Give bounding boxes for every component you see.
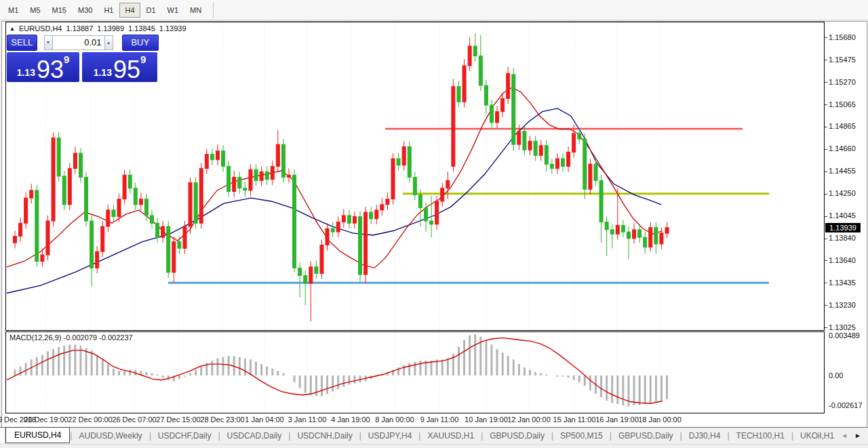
candle-body: [144, 199, 148, 216]
candle-body: [370, 212, 373, 219]
candle-body: [106, 210, 110, 226]
candle-body: [501, 98, 505, 111]
candle-body: [336, 222, 340, 232]
candle-body: [233, 178, 236, 192]
time-tick-label: 15 Jan 11:00: [553, 415, 596, 424]
price-tick-mark: [825, 60, 827, 60]
candle-body: [199, 169, 203, 224]
candle-body: [375, 210, 378, 219]
candle-body: [41, 255, 44, 262]
candle-body: [644, 237, 647, 247]
buy-price-tile[interactable]: 1.13 95 9: [82, 52, 157, 82]
candle-body: [85, 178, 88, 222]
time-tick-label: 28 Dec 23:00: [200, 415, 244, 424]
chart-tab-xauusd-h1[interactable]: XAUUSD,H1: [420, 429, 481, 443]
candle-body: [446, 180, 450, 188]
timeframe-button-d1[interactable]: D1: [141, 3, 161, 18]
tab-scroll-right-icon[interactable]: ►: [854, 432, 861, 439]
tab-scroll-left-icon[interactable]: ◄: [841, 432, 848, 439]
candle-body: [473, 46, 477, 56]
candle-body: [271, 166, 274, 179]
candle-body: [254, 169, 258, 180]
price-tick-mark: [825, 104, 827, 105]
candle-body: [599, 180, 603, 222]
chart-tab-audusd-weekly[interactable]: AUDUSD,Weekly: [72, 429, 149, 443]
price-tick-mark: [825, 194, 827, 195]
toolbar-separator: [213, 3, 214, 18]
chart-tab-tech100-h1[interactable]: TECH100,H1: [730, 429, 791, 443]
candle-body: [633, 230, 636, 239]
price-tick-mark: [825, 239, 827, 239]
candle-body: [418, 195, 422, 207]
sell-button[interactable]: SELL: [7, 35, 37, 51]
candle-body: [380, 205, 384, 210]
direction-up-icon: ▲: [9, 26, 15, 32]
chart-tab-sp500-m15[interactable]: SP500,M15: [553, 429, 610, 443]
time-tick-label: 9 Jan 11:00: [420, 415, 459, 424]
timeframe-toolbar: M1M5M15M30H1H4D1W1MN: [0, 0, 868, 20]
candle-body: [52, 138, 55, 221]
volume-increase-button[interactable]: ▲: [104, 35, 113, 50]
time-tick-label: 20 Dec 19:00: [24, 415, 68, 424]
candle-body: [654, 228, 658, 244]
candle-body: [386, 199, 389, 205]
candle-body: [189, 183, 192, 227]
timeframe-button-m30[interactable]: M30: [73, 3, 98, 18]
sell-price-tile[interactable]: 1.13 93 9: [7, 52, 79, 82]
chart-tab-usdcad-daily[interactable]: USDCAD,Daily: [220, 429, 289, 443]
volume-decrease-button[interactable]: ▼: [44, 35, 53, 50]
candle-body: [205, 155, 208, 169]
price-tick-mark: [825, 216, 827, 217]
candle-body: [413, 178, 416, 195]
timeframe-button-h4[interactable]: H4: [119, 3, 140, 18]
chart-tab-ukoil-h1[interactable]: UKOil,H1: [793, 429, 841, 443]
buy-button[interactable]: BUY: [122, 35, 159, 51]
candle-body: [14, 237, 17, 243]
tabs-container: EURUSD,H4|AUDUSD,Weekly|USDCHF,Daily|USD…: [5, 428, 841, 443]
timeframe-button-w1[interactable]: W1: [162, 3, 184, 18]
chart-tab-bar: EURUSD,H4|AUDUSD,Weekly|USDCHF,Daily|USD…: [0, 427, 868, 443]
volume-input[interactable]: 0.01: [53, 35, 104, 50]
candle-body: [528, 141, 532, 150]
timeframe-button-m5[interactable]: M5: [24, 3, 45, 18]
candle-body: [545, 146, 548, 164]
candle-body: [281, 144, 285, 177]
candle-body: [68, 169, 71, 205]
timeframe-button-m15[interactable]: M15: [47, 3, 72, 18]
candle-body: [517, 131, 521, 144]
price-tick-label: 1.15475: [829, 56, 856, 64]
candle-body: [46, 221, 50, 255]
chart-tab-usdcnh-daily[interactable]: USDCNH,Daily: [290, 429, 359, 443]
candle-body: [441, 188, 444, 201]
candle-body: [561, 159, 565, 166]
timeframe-button-mn[interactable]: MN: [184, 3, 207, 18]
candle-body: [621, 225, 625, 232]
macd-indicator-label: MACD(12,26,9) -0.002079 -0.002237: [9, 333, 133, 342]
chart-tab-eurusd-h4[interactable]: EURUSD,H4: [5, 427, 70, 443]
time-tick-label: 3 Jan 11:00: [288, 415, 327, 424]
candle-body: [288, 175, 291, 177]
time-tick-label: 4 Jan 19:00: [331, 415, 370, 424]
chart-tab-gbpusd-daily[interactable]: GBPUSD,Daily: [612, 429, 680, 443]
price-tick-mark: [825, 37, 827, 38]
candle-body: [610, 230, 614, 234]
timeframe-button-m1[interactable]: M1: [3, 3, 24, 18]
time-tick-label: 16 Jan 19:00: [595, 415, 639, 424]
chart-tab-usdjpy-h4[interactable]: USDJPY,H4: [361, 429, 418, 443]
candle-body: [364, 212, 368, 274]
candle-body: [79, 153, 82, 177]
chart-tab-usdchf-daily[interactable]: USDCHF,Daily: [151, 429, 218, 443]
time-tick-label: 18 Jan 00:00: [638, 415, 682, 424]
candle-body: [238, 178, 241, 188]
candle-body: [326, 228, 329, 245]
candle-body: [435, 201, 439, 224]
timeframe-button-h1[interactable]: H1: [98, 3, 119, 18]
candle-body: [62, 176, 66, 205]
time-tick-label: 22 Dec 00:00: [68, 415, 112, 424]
time-tick-label: 8 Jan 00:00: [375, 415, 414, 424]
chart-tab-gbpusd-daily[interactable]: GBPUSD,Daily: [483, 429, 551, 443]
sell-price-prefix: 1.13: [17, 67, 35, 78]
price-tick-mark: [825, 149, 827, 150]
candle-body: [534, 141, 537, 155]
chart-tab-dj30-h4[interactable]: DJ30,H4: [682, 429, 728, 443]
